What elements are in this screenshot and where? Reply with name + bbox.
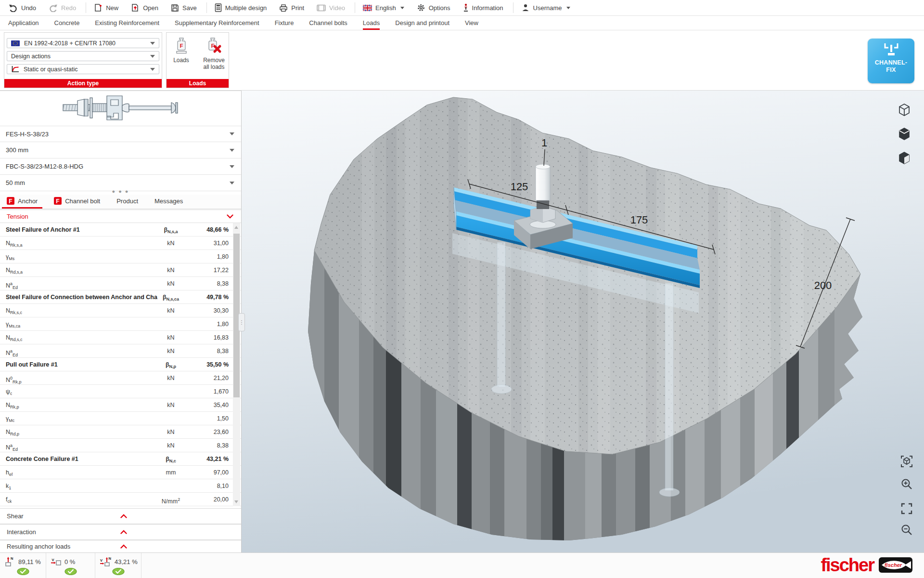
information-icon bbox=[463, 3, 469, 12]
row-value: 35,50 % bbox=[206, 358, 229, 371]
toolbar-video-button[interactable]: Video bbox=[317, 4, 345, 12]
nav-tab-concrete[interactable]: Concrete bbox=[54, 16, 80, 30]
nav-tab-existing-reinforcement[interactable]: Existing Reinforcement bbox=[95, 16, 159, 30]
nav-tab-supplementary-reinforcement[interactable]: Supplementary Reinforcement bbox=[175, 16, 259, 30]
row-value: 49,78 % bbox=[206, 290, 229, 304]
svg-text:V: V bbox=[52, 558, 54, 562]
tab-messages[interactable]: Messages bbox=[150, 195, 188, 209]
row-value: 8,10 bbox=[217, 479, 229, 493]
row-unit: kN bbox=[159, 425, 183, 439]
section-header-tension[interactable]: Tension bbox=[0, 210, 241, 223]
channel-fix-app-tile[interactable]: CHANNEL- FIX bbox=[868, 39, 914, 83]
nav-tab-design-and-printout[interactable]: Design and printout bbox=[395, 16, 449, 30]
toolbar-language-button[interactable]: English bbox=[363, 4, 404, 12]
toolbar-save-button[interactable]: Save bbox=[171, 4, 197, 12]
row-symbol: Steel Failure of Anchor #1 bbox=[6, 223, 80, 236]
fischer-wordmark: fischer bbox=[821, 556, 874, 574]
channel-fix-icon bbox=[882, 42, 901, 57]
toolbar-print-button[interactable]: Print bbox=[279, 4, 304, 12]
nav-tab-loads[interactable]: Loads bbox=[363, 16, 380, 30]
panel-splitter[interactable]: ⋮ bbox=[238, 313, 245, 331]
ribbon: EN 1992-4:2018 + CEN/TR 17080Design acti… bbox=[0, 30, 924, 91]
toolbar-open-label: Open bbox=[143, 4, 158, 12]
ribbon-loads-button[interactable]: FLoads bbox=[167, 37, 195, 70]
row-value: 21,20 bbox=[214, 371, 229, 385]
toolbar-new-label: New bbox=[106, 4, 118, 12]
action-type-dropdown-2[interactable]: Static or quasi-static bbox=[7, 64, 159, 74]
tab-product[interactable]: Product bbox=[112, 195, 143, 209]
svg-text:N: N bbox=[109, 556, 111, 561]
zoom-in-button[interactable] bbox=[900, 477, 913, 491]
zoom-in-icon bbox=[900, 478, 913, 490]
row-unit: kN bbox=[159, 344, 183, 358]
zoom-to-fit-button[interactable] bbox=[900, 455, 913, 468]
ribbon-remove-all-loads-button[interactable]: FRemove all loads bbox=[200, 37, 228, 70]
toolbar-user-button[interactable]: Username bbox=[521, 3, 570, 12]
tab-anchor[interactable]: FAnchor bbox=[2, 195, 42, 209]
view-transparent-button[interactable] bbox=[898, 151, 911, 165]
status-row: V0 % bbox=[50, 556, 95, 567]
ribbon-button-label: Loads bbox=[173, 57, 189, 64]
row-value: 35,40 bbox=[214, 398, 229, 412]
nav-tab-channel-bolts[interactable]: Channel bolts bbox=[309, 16, 347, 30]
zoom-out-button[interactable] bbox=[900, 523, 913, 537]
chevron-up-icon bbox=[120, 530, 234, 534]
row-unit: mm bbox=[159, 466, 183, 479]
product-select-2[interactable]: FBC-S-38/23-M12-8.8-HDG bbox=[0, 158, 241, 175]
chevron-down-icon bbox=[150, 42, 155, 45]
video-icon bbox=[317, 4, 326, 12]
chevron-down-icon bbox=[400, 7, 404, 9]
product-select-0[interactable]: FES-H-S-38/23 bbox=[0, 126, 241, 142]
chevron-down-icon bbox=[566, 7, 570, 9]
nav-tab-fixture[interactable]: Fixture bbox=[275, 16, 294, 30]
row-unit: kN bbox=[159, 263, 183, 277]
toolbar-redo-button[interactable]: Redo bbox=[49, 4, 76, 12]
toolbar-user-label: Username bbox=[533, 4, 562, 12]
check-ok-icon bbox=[46, 568, 95, 575]
dropdown-value: Design actions bbox=[11, 53, 150, 60]
toolbar-undo-button[interactable]: Undo bbox=[9, 4, 36, 12]
tension-results-table: Steel Failure of Anchor #1βN,s,a48,66 %N… bbox=[0, 223, 241, 506]
new-document-icon bbox=[94, 3, 103, 12]
section-header-interaction[interactable]: Interaction bbox=[0, 524, 241, 540]
section-header-resulting-anchor-loads[interactable]: Resulting anchor loads bbox=[0, 540, 241, 553]
undo-icon bbox=[9, 4, 18, 12]
nav-tab-view[interactable]: View bbox=[465, 16, 478, 30]
select-value: FBC-S-38/23-M12-8.8-HDG bbox=[6, 163, 230, 170]
nav-tab-application[interactable]: Application bbox=[8, 16, 39, 30]
table-row: k18,10 bbox=[0, 479, 241, 493]
table-scrollbar[interactable] bbox=[233, 223, 240, 506]
toolbar-open-button[interactable]: Open bbox=[131, 3, 158, 12]
eu-flag-icon bbox=[11, 40, 20, 46]
table-row: NRd,s,ckN16,83 bbox=[0, 331, 241, 344]
view-solid-button[interactable] bbox=[898, 127, 911, 141]
scroll-up-icon[interactable] bbox=[234, 226, 238, 229]
table-row: NRd,pkN23,60 bbox=[0, 425, 241, 439]
select-value: 300 mm bbox=[6, 146, 230, 154]
channel-fix-label-1: CHANNEL- bbox=[868, 59, 914, 66]
toolbar-multiple-design-label: Multiple design bbox=[225, 4, 267, 12]
scroll-down-icon[interactable] bbox=[234, 500, 238, 503]
action-type-dropdown-1[interactable]: Design actions bbox=[7, 51, 159, 61]
chevron-down-icon bbox=[150, 68, 155, 71]
row-value: 97,00 bbox=[214, 466, 229, 479]
open-document-icon bbox=[131, 3, 140, 12]
section-title-tension: Tension bbox=[7, 213, 227, 220]
fullscreen-button[interactable] bbox=[900, 502, 913, 515]
scene-3d[interactable]: 125 175 200 1 bbox=[242, 91, 924, 552]
tab-channel-bolt[interactable]: FChannel bolt bbox=[49, 195, 105, 209]
view-wireframe-button[interactable] bbox=[898, 103, 911, 117]
product-select-1[interactable]: 300 mm bbox=[0, 142, 241, 158]
tension-utilization-icon: N bbox=[4, 556, 15, 567]
section-header-shear[interactable]: Shear bbox=[0, 508, 241, 524]
row-unit: kN bbox=[159, 304, 183, 317]
action-type-dropdown-0[interactable]: EN 1992-4:2018 + CEN/TR 17080 bbox=[7, 38, 159, 48]
tab-label: Channel bolt bbox=[65, 197, 100, 205]
panel-collapse-handle[interactable]: ● ● ● bbox=[0, 188, 241, 195]
toolbar-options-button[interactable]: Options bbox=[417, 3, 450, 12]
toolbar-multiple-design-button[interactable]: Multiple design bbox=[215, 3, 267, 12]
fischer-branding: fischer fischer bbox=[821, 556, 912, 574]
chevron-up-icon bbox=[120, 514, 234, 518]
toolbar-new-button[interactable]: New bbox=[94, 3, 118, 12]
toolbar-information-button[interactable]: Information bbox=[463, 3, 503, 12]
